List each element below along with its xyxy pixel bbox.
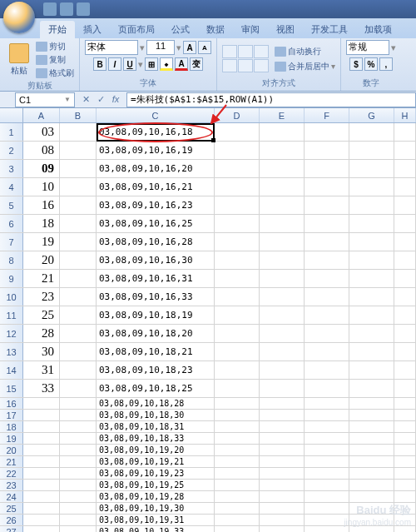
cell-F22[interactable] (305, 468, 349, 479)
cell-A2[interactable]: 08 (23, 142, 60, 159)
row-header[interactable]: 24 (0, 491, 23, 502)
cell-H11[interactable] (394, 306, 416, 324)
cell-C21[interactable]: 03,08,09,10,19,21 (97, 456, 215, 467)
cell-B22[interactable] (60, 468, 97, 479)
cell-B7[interactable] (60, 233, 97, 251)
cell-H5[interactable] (394, 196, 416, 214)
cell-F26[interactable] (305, 515, 349, 525)
cell-A23[interactable] (23, 480, 60, 490)
border-button[interactable]: ⊞ (145, 57, 158, 71)
cell-A19[interactable] (23, 433, 60, 444)
cell-G21[interactable] (349, 456, 394, 467)
cell-E10[interactable] (260, 288, 305, 306)
cell-G24[interactable] (349, 491, 394, 502)
cell-C17[interactable]: 03,08,09,10,18,30 (97, 410, 215, 420)
cell-B16[interactable] (60, 398, 97, 409)
cell-H2[interactable] (394, 142, 416, 159)
cell-B23[interactable] (60, 480, 97, 490)
cell-G27[interactable] (349, 526, 394, 532)
cell-E16[interactable] (260, 398, 305, 409)
cell-F14[interactable] (305, 361, 349, 379)
cell-D5[interactable] (215, 196, 260, 214)
cell-G10[interactable] (349, 288, 394, 306)
cell-B1[interactable] (60, 123, 97, 141)
row-header[interactable]: 3 (0, 160, 23, 177)
cell-E6[interactable] (260, 215, 305, 232)
formula-input[interactable]: =朱科技($A$1:$A$15,ROW(A1)) (126, 92, 416, 107)
cell-F20[interactable] (305, 445, 349, 455)
cell-A13[interactable]: 30 (23, 343, 60, 360)
cell-H23[interactable] (394, 480, 416, 490)
cell-D25[interactable] (215, 503, 260, 514)
cell-G19[interactable] (349, 433, 394, 444)
cell-H27[interactable] (394, 526, 416, 532)
cell-F18[interactable] (305, 421, 349, 432)
cell-G5[interactable] (349, 196, 394, 214)
cell-F8[interactable] (305, 251, 349, 269)
cell-H13[interactable] (394, 343, 416, 360)
cell-C1[interactable]: 03,08,09,10,16,18 (97, 123, 215, 141)
cell-D17[interactable] (215, 410, 260, 420)
cell-E5[interactable] (260, 196, 305, 214)
cell-B10[interactable] (60, 288, 97, 306)
cell-C5[interactable]: 03,08,09,10,16,23 (97, 196, 215, 214)
cell-E3[interactable] (260, 160, 305, 177)
cell-B3[interactable] (60, 160, 97, 177)
cell-G12[interactable] (349, 325, 394, 342)
cell-E14[interactable] (260, 361, 305, 379)
cell-F19[interactable] (305, 433, 349, 444)
cell-D4[interactable] (215, 178, 260, 196)
cell-B17[interactable] (60, 410, 97, 420)
cell-E8[interactable] (260, 251, 305, 269)
cell-D7[interactable] (215, 233, 260, 251)
cell-C20[interactable]: 03,08,09,10,19,20 (97, 445, 215, 455)
cell-F27[interactable] (305, 526, 349, 532)
number-format-select[interactable]: 常规 (346, 40, 389, 55)
cell-A15[interactable]: 33 (23, 380, 60, 397)
cell-F17[interactable] (305, 410, 349, 420)
tab-0[interactable]: 开始 (40, 21, 75, 38)
cell-C24[interactable]: 03,08,09,10,19,28 (97, 491, 215, 502)
cell-C2[interactable]: 03,08,09,10,16,19 (97, 142, 215, 159)
cut-button[interactable]: 剪切 (36, 40, 74, 53)
row-header[interactable]: 19 (0, 433, 23, 444)
cell-F21[interactable] (305, 456, 349, 467)
office-button[interactable] (3, 2, 35, 33)
col-header-H[interactable]: H (394, 108, 416, 122)
cell-A5[interactable]: 16 (23, 196, 60, 214)
cell-E27[interactable] (260, 526, 305, 532)
cell-A10[interactable]: 23 (23, 288, 60, 306)
cell-A4[interactable]: 10 (23, 178, 60, 196)
cell-G2[interactable] (349, 142, 394, 159)
cell-G16[interactable] (349, 398, 394, 409)
cell-C12[interactable]: 03,08,09,10,18,20 (97, 325, 215, 342)
cell-F12[interactable] (305, 325, 349, 342)
cell-D6[interactable] (215, 215, 260, 232)
col-header-E[interactable]: E (260, 108, 305, 122)
cell-B24[interactable] (60, 491, 97, 502)
row-header[interactable]: 8 (0, 251, 23, 269)
cell-A21[interactable] (23, 456, 60, 467)
cell-G22[interactable] (349, 468, 394, 479)
cell-A22[interactable] (23, 468, 60, 479)
cell-F9[interactable] (305, 270, 349, 287)
cell-G11[interactable] (349, 306, 394, 324)
row-header[interactable]: 13 (0, 343, 23, 360)
qat-save-icon[interactable] (43, 2, 57, 16)
cell-H9[interactable] (394, 270, 416, 287)
cell-H20[interactable] (394, 445, 416, 455)
col-header-F[interactable]: F (305, 108, 349, 122)
copy-button[interactable]: 复制 (36, 53, 74, 67)
cell-D14[interactable] (215, 361, 260, 379)
cell-E12[interactable] (260, 325, 305, 342)
cell-A7[interactable]: 19 (23, 233, 60, 251)
cell-C22[interactable]: 03,08,09,10,19,23 (97, 468, 215, 479)
cell-D8[interactable] (215, 251, 260, 269)
cell-A17[interactable] (23, 410, 60, 420)
cell-C9[interactable]: 03,08,09,10,16,31 (97, 270, 215, 287)
col-header-B[interactable]: B (60, 108, 97, 122)
cell-F1[interactable] (305, 123, 349, 141)
merge-center-button[interactable]: 合并后居中▾ (275, 60, 335, 73)
fill-color-button[interactable]: ⬥ (160, 57, 173, 71)
cell-D16[interactable] (215, 398, 260, 409)
